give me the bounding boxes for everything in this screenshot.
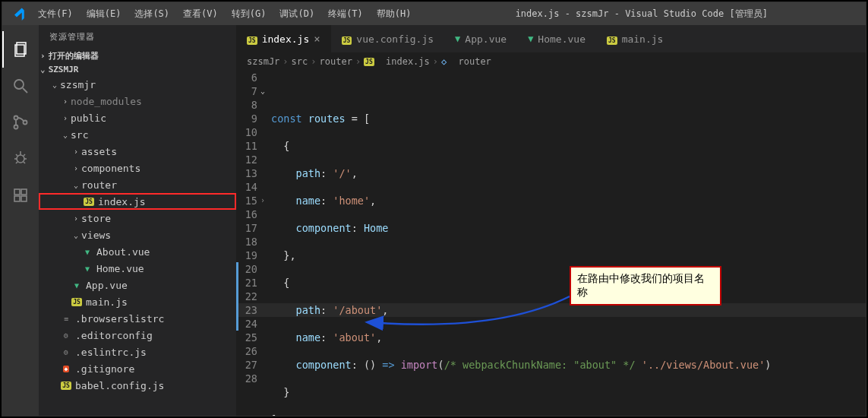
menu-edit[interactable]: 编辑(E)	[80, 5, 128, 24]
tree-babel[interactable]: JSbabel.config.js	[39, 377, 236, 394]
activity-debug-icon[interactable]	[2, 141, 39, 177]
tree-browserslistrc[interactable]: ≡.browserslistrc	[39, 310, 236, 327]
svg-rect-17	[21, 196, 27, 201]
tree-about-vue[interactable]: ▼About.vue	[39, 243, 236, 260]
tree-app-vue[interactable]: ▼App.vue	[39, 277, 236, 293]
gear-icon: ⚙	[60, 329, 72, 341]
svg-line-11	[16, 154, 17, 156]
tree-router[interactable]: ⌄router	[39, 176, 236, 193]
breadcrumb-item[interactable]: router	[458, 56, 491, 67]
js-icon: JS	[342, 33, 352, 45]
activity-extensions-icon[interactable]	[2, 177, 39, 214]
tree-node-modules[interactable]: ›node_modules	[39, 93, 236, 109]
code-content[interactable]: const routes = [ { path: '/', name: 'hom…	[271, 71, 866, 416]
tree-label: Home.vue	[96, 263, 144, 274]
tree-eslintrc[interactable]: ⚙.eslintrc.js	[39, 344, 236, 360]
project-header[interactable]: ⌄SZSMJR	[39, 63, 236, 76]
tab-vue-config[interactable]: JSvue.config.js	[331, 25, 444, 52]
activitybar	[2, 25, 39, 416]
tab-home-vue[interactable]: ▼Home.vue	[517, 25, 596, 52]
tree-assets[interactable]: ›assets	[39, 143, 236, 160]
svg-line-14	[24, 162, 25, 163]
chevron-right-icon: ›	[60, 97, 71, 106]
tree-router-index[interactable]: JSindex.js	[39, 193, 236, 210]
tree-store[interactable]: ›store	[39, 210, 236, 226]
sidebar-explorer: 资源管理器 ›打开的编辑器 ⌄SZSMJR ⌄szsmjr ›node_modu…	[39, 25, 236, 416]
tree-label: node_modules	[71, 96, 142, 107]
activity-scm-icon[interactable]	[2, 104, 39, 141]
symbol-icon: ◇	[441, 56, 447, 67]
svg-rect-15	[14, 189, 20, 195]
tree-home-vue[interactable]: ▼Home.vue	[39, 260, 236, 277]
activity-search-icon[interactable]	[2, 68, 39, 104]
tree-label: router	[81, 179, 117, 191]
tab-label: Home.vue	[538, 33, 586, 45]
breadcrumb[interactable]: szsmJr› src› router› JS index.js› ◇ rout…	[236, 52, 866, 71]
vue-icon: ▼	[81, 262, 93, 274]
open-editors-label: 打开的编辑器	[49, 50, 99, 62]
menu-view[interactable]: 查看(V)	[177, 5, 224, 24]
tree-label: .browserslistrc	[75, 313, 164, 325]
menu-debug[interactable]: 调试(D)	[273, 5, 320, 24]
menu-help[interactable]: 帮助(H)	[371, 5, 418, 24]
tree-main-js[interactable]: JSmain.js	[39, 293, 236, 310]
file-tree: ⌄szsmjr ›node_modules ›public ⌄src ›asse…	[39, 76, 236, 394]
tree-gitignore[interactable]: ◆.gitignore	[39, 360, 236, 377]
svg-point-2	[14, 80, 24, 89]
tree-label: store	[81, 213, 111, 224]
tree-label: App.vue	[86, 280, 128, 291]
js-icon: JS	[83, 195, 95, 207]
tree-root[interactable]: ⌄szsmjr	[39, 76, 236, 93]
menu-terminal[interactable]: 终端(T)	[322, 5, 369, 24]
sidebar-title: 资源管理器	[39, 25, 236, 49]
tree-label: assets	[81, 146, 117, 157]
tree-label: public	[71, 112, 106, 124]
breadcrumb-item[interactable]: router	[320, 56, 352, 67]
tree-views[interactable]: ⌄views	[39, 226, 236, 243]
tab-label: index.js	[262, 33, 310, 45]
menu-selection[interactable]: 选择(S)	[128, 5, 175, 24]
vue-icon: ▼	[71, 279, 83, 291]
tree-public[interactable]: ›public	[39, 109, 236, 126]
tree-src[interactable]: ⌄src	[39, 126, 236, 143]
js-icon: JS	[247, 33, 257, 45]
breadcrumb-item[interactable]: szsmJr	[247, 56, 279, 67]
js-icon: JS	[71, 296, 83, 308]
tab-main-js[interactable]: JSmain.js	[596, 25, 674, 52]
tree-components[interactable]: ›components	[39, 160, 236, 176]
vue-icon: ▼	[455, 33, 460, 44]
chevron-right-icon: ›	[311, 56, 316, 67]
svg-line-3	[23, 88, 27, 93]
chevron-down-icon: ⌄	[49, 81, 60, 89]
tree-label: .gitignore	[75, 363, 134, 375]
project-label: SZSMJR	[49, 65, 79, 74]
svg-line-13	[16, 162, 17, 163]
chevron-right-icon: ›	[433, 56, 438, 67]
chevron-right-icon: ›	[60, 114, 71, 122]
chevron-right-icon: ›	[40, 51, 46, 61]
tree-editorconfig[interactable]: ⚙.editorconfig	[39, 327, 236, 344]
titlebar: 文件(F) 编辑(E) 选择(S) 查看(V) 转到(G) 调试(D) 终端(T…	[2, 2, 866, 25]
breadcrumb-item[interactable]: src	[292, 56, 308, 67]
open-editors-header[interactable]: ›打开的编辑器	[39, 49, 236, 63]
gear-icon: ⚙	[60, 346, 72, 358]
activity-explorer-icon[interactable]	[2, 31, 39, 68]
chevron-down-icon: ⌄	[71, 181, 81, 189]
tree-label: main.js	[86, 296, 128, 308]
js-icon: JS	[60, 379, 72, 391]
close-icon[interactable]: ×	[314, 33, 320, 45]
config-icon: ≡	[60, 312, 72, 325]
breadcrumb-item[interactable]: index.js	[386, 56, 430, 67]
tab-index-js[interactable]: JSindex.js×	[236, 25, 331, 52]
tree-label: szsmjr	[60, 79, 96, 90]
tab-label: vue.config.js	[356, 33, 434, 45]
chevron-down-icon: ⌄	[60, 131, 71, 139]
tree-label: src	[71, 129, 88, 141]
menu-file[interactable]: 文件(F)	[32, 5, 79, 24]
code-editor[interactable]: ⌄ › 678910111213141516171819202122232425…	[236, 71, 866, 416]
svg-line-12	[24, 154, 25, 156]
menu-go[interactable]: 转到(G)	[226, 5, 273, 24]
chevron-right-icon: ›	[71, 164, 81, 173]
window-title: index.js - szsmJr - Visual Studio Code […	[418, 8, 866, 21]
tab-app-vue[interactable]: ▼App.vue	[444, 25, 517, 52]
